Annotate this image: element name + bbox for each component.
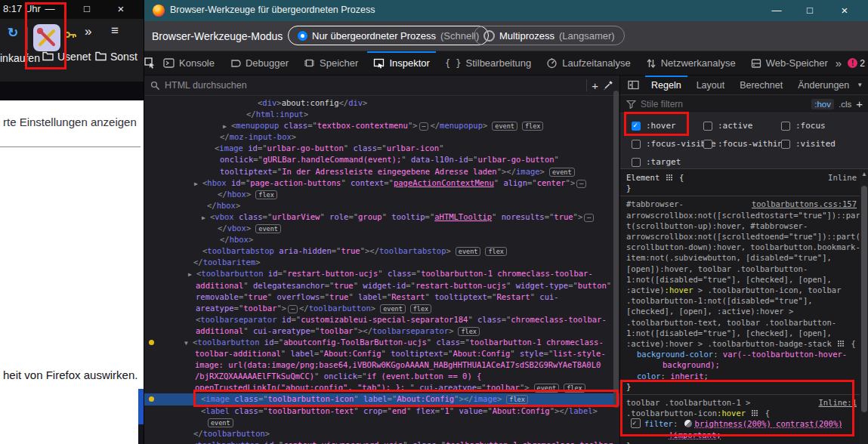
markup-line[interactable]: removable="true" overflows="true" label=…: [144, 291, 619, 303]
markup-line[interactable]: </toolbarbutton>: [144, 428, 619, 439]
error-count-badge[interactable]: ! 2: [848, 58, 865, 69]
tab-stilbearbeitung[interactable]: { }Stilbearbeitung: [437, 51, 539, 75]
flex-badge[interactable]: flex: [410, 304, 431, 313]
pseudo-checkbox-focus-within[interactable]: :focus-within: [703, 139, 783, 149]
stylesheet-source-link[interactable]: Inline:1: [818, 397, 857, 408]
markup-line[interactable]: openTrustedLinkIn("about:config", "tab")…: [144, 382, 619, 393]
refresh-icon[interactable]: ↻: [8, 25, 18, 41]
overflow-chevron-icon[interactable]: »: [85, 24, 91, 39]
ellipsis-badge[interactable]: ⋯: [419, 122, 429, 131]
tab-netzwerkanalyse[interactable]: Netzwerkanalyse: [638, 51, 743, 75]
markup-line[interactable]: additional" cui-areatype="toolbar"></too…: [144, 325, 619, 337]
sidebar-tab-änderungen[interactable]: Änderungen: [790, 76, 857, 94]
minimize-button[interactable]: —: [42, 2, 58, 17]
markup-line[interactable]: ▶<vbox class="urlbarView" role="group" t…: [144, 211, 619, 223]
pseudo-checkbox-focus[interactable]: :focus: [781, 121, 826, 131]
markup-line[interactable]: </hbox>: [144, 200, 619, 211]
markup-line[interactable]: ▶<toolbarbutton id="context-viewpassword…: [144, 439, 619, 444]
ellipsis-badge[interactable]: ⋯: [288, 305, 298, 313]
eyedropper-icon[interactable]: [603, 80, 613, 91]
sidebar-tab-regeln[interactable]: Regeln: [644, 76, 689, 94]
minimize-button[interactable]: —: [765, 3, 788, 18]
maximize-button[interactable]: □: [798, 3, 821, 18]
markup-line[interactable]: </moz-input-box>: [144, 131, 619, 143]
maximize-button[interactable]: □: [79, 2, 95, 17]
checkbox-unchecked-icon[interactable]: [703, 140, 712, 149]
markup-line[interactable]: </hbox>: [144, 234, 619, 245]
close-button[interactable]: ×: [113, 2, 129, 17]
scrollbar-thumb[interactable]: [613, 91, 619, 408]
page-link-text[interactable]: rte Einstellungen anzeigen: [3, 116, 137, 128]
markup-scrollbar[interactable]: [613, 77, 619, 442]
event-badge[interactable]: event: [380, 304, 406, 313]
flex-badge[interactable]: flex: [564, 384, 585, 393]
markup-line[interactable]: ▼<toolbarbutton id="aboutconfig-ToolBarB…: [144, 337, 619, 348]
expand-arrow-icon[interactable]: ▶: [202, 212, 210, 224]
markup-line[interactable]: </hbox>flex: [144, 189, 619, 200]
devtools-toolbar-button[interactable]: [33, 24, 60, 51]
tab-web-speicher[interactable]: Web-Speicher: [743, 51, 836, 75]
tab-laufzeitanalyse[interactable]: Laufzeitanalyse: [539, 51, 638, 75]
checkbox-unchecked-icon[interactable]: [632, 140, 641, 149]
tab-debugger[interactable]: Debugger: [222, 51, 296, 75]
markup-line[interactable]: ▶<menupopup class="textbox-contextmenu">…: [144, 120, 619, 131]
markup-line-selected[interactable]: <image class="toolbarbutton-icon" label=…: [144, 393, 619, 405]
hamburger-menu-icon[interactable]: ≡: [111, 23, 119, 39]
markup-line[interactable]: </vbox>event: [144, 223, 619, 234]
scroll-up-icon[interactable]: ▲: [860, 169, 868, 180]
collapse-arrow-icon[interactable]: ▼: [184, 338, 193, 349]
markup-line[interactable]: onclick="gURLBar.handleCommand(event);" …: [144, 154, 619, 165]
expand-arrow-icon[interactable]: ▶: [188, 269, 196, 280]
class-toggle[interactable]: .cls: [839, 100, 851, 109]
pseudo-checkbox-target[interactable]: :target: [632, 157, 681, 167]
tab-overflow-icon[interactable]: »: [836, 57, 842, 69]
expand-arrow-icon[interactable]: ▶: [194, 178, 202, 190]
markup-line[interactable]: <label class="toolbarbutton-text" crop="…: [144, 405, 619, 417]
mode-option-multiprocess[interactable]: Multiprozess (Langsamer): [474, 26, 625, 45]
checkbox-unchecked-icon[interactable]: [781, 140, 790, 149]
rules-scrollbar[interactable]: ▲: [860, 169, 868, 444]
selector-highlighter-icon[interactable]: [666, 174, 673, 180]
sidebar-tab-layout[interactable]: Layout: [689, 76, 733, 94]
markup-line[interactable]: tooltiptext="In der Adressleiste eingege…: [144, 166, 619, 177]
event-badge[interactable]: event: [456, 247, 481, 256]
pseudo-class-toggle[interactable]: :hov: [811, 99, 834, 109]
html-search-bar[interactable]: HTML durchsuchen +: [144, 76, 619, 96]
style-filter-bar[interactable]: Stile filtern :hov .cls +: [620, 95, 868, 113]
checkbox-unchecked-icon[interactable]: [703, 122, 712, 131]
bookmark-item[interactable]: Usenet: [42, 51, 91, 63]
pseudo-checkbox-hover[interactable]: :hover: [632, 121, 676, 131]
key-icon[interactable]: [63, 28, 77, 42]
bookmark-item[interactable]: Sonst: [95, 51, 137, 63]
sidebar-tab-berechnet[interactable]: Berechnet: [732, 76, 790, 94]
markup-line[interactable]: ▶<toolbarbutton id="restart-button-ucjs"…: [144, 268, 619, 279]
markup-line[interactable]: toolbar-additional" label="About:Config"…: [144, 348, 619, 359]
markup-line[interactable]: areatype="toolbar">⋯</toolbarbutton>even…: [144, 303, 619, 314]
markup-line[interactable]: image: url(data:image/png;base64,iVBORw0…: [144, 359, 619, 371]
declaration-checkbox-checked[interactable]: [631, 418, 641, 428]
mode-option-parent-process[interactable]: Nur übergeordneter Prozess (Schnell): [288, 26, 489, 45]
flex-badge[interactable]: flex: [255, 190, 276, 199]
checkbox-checked-icon[interactable]: [632, 122, 641, 131]
markup-line[interactable]: /bjRXZQXAAAAAElFTkSuQmCC)" onclick="if (…: [144, 371, 619, 382]
markup-line[interactable]: <image id="urlbar-go-button" class="urlb…: [144, 143, 619, 154]
markup-line[interactable]: <div>about:config</div>: [144, 97, 619, 109]
markup-line[interactable]: additional" delegatesanchor="true" widge…: [144, 280, 619, 291]
sidebar-tab-dropdown-icon[interactable]: ▼: [857, 82, 868, 88]
event-badge[interactable]: event: [534, 384, 560, 393]
flex-badge[interactable]: flex: [485, 247, 506, 256]
bookmark-item[interactable]: inkaufen: [0, 52, 40, 64]
event-badge[interactable]: event: [255, 224, 281, 233]
filter-swatch-icon[interactable]: [684, 420, 692, 427]
selector-highlighter-icon[interactable]: [752, 410, 758, 416]
markup-line[interactable]: <toolbarseparator id="customizableui-spe…: [144, 314, 619, 325]
flex-badge[interactable]: flex: [458, 327, 479, 336]
stylesheet-source-link[interactable]: toolbarbuttons.css:157: [752, 199, 857, 209]
markup-line[interactable]: ▶<hbox id="page-action-buttons" context=…: [144, 177, 619, 189]
add-node-icon[interactable]: +: [592, 79, 598, 92]
add-rule-icon[interactable]: +: [856, 97, 863, 110]
scrollbar-thumb[interactable]: [861, 186, 867, 412]
event-badge[interactable]: event: [208, 418, 233, 427]
event-badge[interactable]: event: [492, 122, 517, 131]
tab-konsole[interactable]: Konsole: [156, 51, 222, 75]
